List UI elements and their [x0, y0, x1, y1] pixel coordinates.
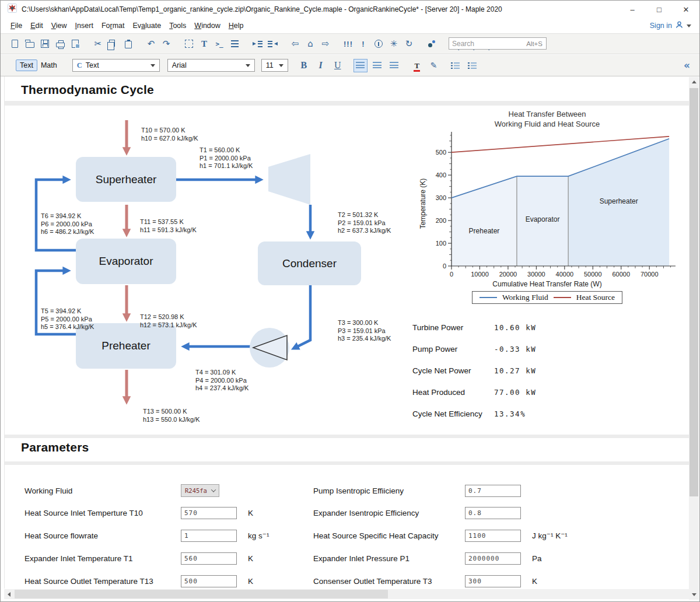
svg-text:10000: 10000: [471, 271, 489, 278]
menu-items: FileEditViewInsertFormatEvaluateToolsWin…: [6, 20, 248, 32]
menu-format[interactable]: Format: [97, 20, 129, 32]
parameter-input-cp[interactable]: [465, 530, 521, 542]
toolbar-icons: ✂↶↷T>_⇦⌂⇨!!!!✳↻+−?: [8, 37, 514, 51]
debug-icon[interactable]: ✳: [387, 37, 401, 51]
dropdown-caret-icon: [246, 64, 250, 67]
signin-link[interactable]: Sign in: [650, 22, 672, 30]
join-dots-icon[interactable]: [425, 37, 439, 51]
minimize-button[interactable]: –: [619, 1, 646, 18]
forward-icon[interactable]: ⇨: [318, 37, 332, 51]
scroll-left-icon: [8, 592, 10, 597]
scroll-up-button[interactable]: [689, 77, 699, 87]
svg-text:60000: 60000: [612, 271, 630, 278]
parameter-label: Heat Source Outlet Temperature T13: [24, 577, 181, 586]
menu-evaluate[interactable]: Evaluate: [128, 20, 165, 32]
scroll-left-button[interactable]: [4, 589, 14, 599]
print-preview-icon[interactable]: [68, 37, 82, 51]
horizontal-scrollbar[interactable]: [4, 589, 690, 599]
result-value: 77.00 kW: [494, 388, 536, 397]
vertical-scrollbar[interactable]: [689, 77, 699, 600]
align-right-button[interactable]: [387, 59, 401, 72]
menu-tools[interactable]: Tools: [165, 20, 190, 32]
copy-icon[interactable]: [106, 37, 120, 51]
menu-help[interactable]: Help: [225, 20, 248, 32]
align-left-button[interactable]: [354, 59, 368, 72]
stream-label-t2: T2 = 501.32 KP2 = 159.01 kPah2 = 637.3 k…: [338, 211, 391, 235]
dropdown-caret-icon: [150, 64, 155, 67]
result-value: -0.33 kW: [494, 345, 536, 354]
font-family-select[interactable]: Arial: [167, 59, 255, 72]
search-input[interactable]: [449, 40, 526, 48]
svg-text:30000: 30000: [527, 271, 545, 278]
bold-button[interactable]: B: [297, 59, 311, 72]
horizontal-scroll-thumb[interactable]: [15, 590, 388, 598]
insert-section-icon[interactable]: [228, 37, 242, 51]
paragraph-style-select[interactable]: C Text: [72, 59, 160, 72]
parameter-input-p1[interactable]: [465, 552, 521, 565]
section-title-cycle: Thermodynamic Cycle: [21, 83, 154, 97]
svg-text:40000: 40000: [556, 271, 574, 278]
parameter-input-expander-eff[interactable]: [465, 507, 521, 519]
collapse-toolbar-button[interactable]: «: [684, 60, 690, 71]
numbered-list-button[interactable]: [466, 59, 480, 72]
parameter-input-t3[interactable]: [465, 575, 521, 587]
highlight-button[interactable]: ✎: [427, 59, 441, 72]
insert-text-icon[interactable]: T: [197, 37, 211, 51]
prompt-icon[interactable]: >_: [212, 37, 226, 51]
signin-area[interactable]: Sign in: [650, 18, 691, 33]
parameter-input-t1[interactable]: [181, 552, 237, 565]
maximize-button[interactable]: □: [646, 1, 673, 18]
close-button[interactable]: ✕: [673, 1, 699, 18]
menu-insert[interactable]: Insert: [71, 20, 97, 32]
italic-button[interactable]: I: [314, 59, 328, 72]
print-icon[interactable]: [53, 37, 67, 51]
redo-icon[interactable]: ↷: [159, 37, 173, 51]
text-mode-button[interactable]: Text: [16, 60, 37, 71]
align-center-button[interactable]: [370, 59, 384, 72]
user-icon[interactable]: [675, 20, 684, 31]
scroll-down-button[interactable]: [689, 590, 699, 600]
parameter-label: Expander Inlet Temperature T1: [24, 554, 181, 563]
parameter-label: Expander Inlet Pressure P1: [313, 554, 465, 563]
legend-swatch-working-fluid: [480, 297, 497, 298]
parameter-input-t13[interactable]: [181, 575, 237, 587]
execute-icon[interactable]: !: [356, 37, 370, 51]
menu-window[interactable]: Window: [190, 20, 224, 32]
svg-text:300: 300: [436, 194, 446, 201]
svg-text:20000: 20000: [499, 271, 517, 278]
font-color-button[interactable]: T: [410, 59, 424, 72]
parameter-input-t10[interactable]: [181, 507, 237, 519]
parameter-input-flowrate[interactable]: [181, 530, 237, 542]
math-mode-button[interactable]: Math: [37, 60, 61, 71]
search-box[interactable]: Alt+S: [449, 37, 547, 50]
paste-icon[interactable]: [121, 37, 135, 51]
select-region-icon[interactable]: [182, 37, 196, 51]
menu-file[interactable]: File: [6, 20, 26, 32]
interrupt-icon[interactable]: [372, 37, 386, 51]
parameter-row-flowrate: Heat Source flowrate kg s⁻¹: [24, 528, 269, 542]
undo-icon[interactable]: ↶: [144, 37, 158, 51]
home-icon[interactable]: ⌂: [303, 37, 317, 51]
outdent-icon[interactable]: [265, 37, 279, 51]
scroll-down-icon: [692, 593, 696, 596]
underline-button[interactable]: U: [331, 59, 345, 72]
restart-icon[interactable]: ↻: [402, 37, 416, 51]
stream-label-t11: T11 = 537.55 Kh11 = 591.3 kJ/kg/K: [140, 218, 197, 234]
font-size-select[interactable]: 11: [261, 59, 288, 72]
parameter-input-pump-eff[interactable]: [465, 485, 521, 497]
parameter-row-p1: Expander Inlet Pressure P1 Pa: [313, 551, 542, 565]
open-folder-icon[interactable]: [23, 37, 37, 51]
cut-icon[interactable]: ✂: [91, 37, 105, 51]
vertical-scroll-thumb[interactable]: [690, 88, 698, 496]
execute-all-icon[interactable]: !!!: [341, 37, 355, 51]
signin-caret-icon[interactable]: [687, 24, 691, 27]
back-icon[interactable]: ⇦: [288, 37, 302, 51]
working-fluid-select[interactable]: R245fa: [181, 484, 219, 497]
save-icon[interactable]: [38, 37, 52, 51]
menu-edit[interactable]: Edit: [26, 20, 47, 32]
highlight-pen-icon: ✎: [430, 61, 438, 69]
indent-icon[interactable]: [250, 37, 264, 51]
menu-view[interactable]: View: [47, 20, 71, 32]
new-document-icon[interactable]: [8, 37, 22, 51]
bullet-list-button[interactable]: [449, 59, 463, 72]
